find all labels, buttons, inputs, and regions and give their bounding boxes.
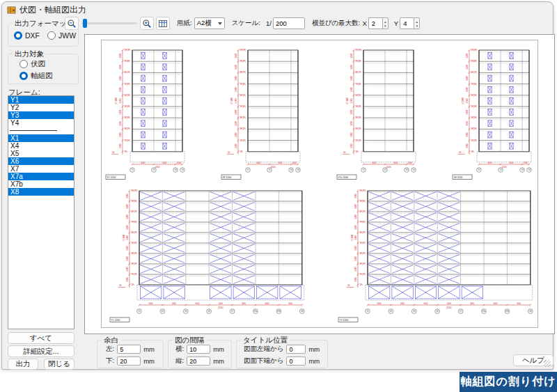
frame-list-item[interactable]: X1 [8,134,74,142]
svg-text:3,000: 3,000 [119,109,122,114]
spacing-v-input[interactable] [187,356,210,366]
svg-text:6000: 6000 [494,302,498,305]
svg-text:Y2: Y2 [499,168,502,171]
svg-text:X5: X5 [413,310,416,313]
output-target-label: 出力対象 [13,49,46,59]
unit-label: mm [308,357,320,365]
detail-settings-button[interactable]: 詳細設定... [8,345,74,357]
frame-list-item[interactable]: Y1 [8,96,74,104]
svg-text:6000: 6000 [141,162,146,164]
preview-canvas: RF(9F)3,0009F(8F)3,0008F(7F)3,0007F(6F)3… [84,34,555,334]
radio-icon [14,31,22,40]
select-all-button[interactable]: すべて [8,332,74,344]
frame-list-item[interactable]: Y3 [8,111,74,119]
page-layout-button[interactable] [156,17,170,30]
radio-dxf[interactable]: DXF [14,31,40,40]
svg-text:Y1 1/200: Y1 1/200 [111,319,120,322]
svg-text:3,000: 3,000 [126,256,129,261]
title-from-bottom-input[interactable] [286,356,306,366]
frame-list-item[interactable]: X4 [8,142,74,150]
svg-text:6000: 6000 [510,162,514,164]
frame-list-item[interactable]: X5 [8,150,74,157]
magnifier-plus-icon [142,19,152,29]
svg-text:7F(6F): 7F(6F) [240,83,246,86]
spinner-arrows[interactable]: ▴ ▾ [414,17,420,29]
svg-text:GL: GL [459,151,462,154]
close-button[interactable]: 閉じる [44,359,74,370]
title-bar: 伏図・軸組図出力 [7,5,86,15]
frame-list-item[interactable]: X7 [8,165,74,173]
figure-spacing-label: 図の間隔 [173,336,206,345]
output-button[interactable]: 出力 [8,359,38,370]
svg-text:X7a 1/200: X7a 1/200 [338,176,349,179]
chevron-down-icon [218,22,222,25]
svg-text:6F(5F): 6F(5F) [131,231,137,234]
y-max-label: Y [394,19,398,27]
svg-text:6000: 6000 [242,302,246,305]
frame-list-item[interactable]: X7b [8,180,74,188]
scale-input[interactable] [273,17,305,29]
margin-label: 余白 [102,336,120,345]
zoom-slider[interactable] [81,17,137,30]
y-max-spinner[interactable]: ▴ ▾ [400,17,420,29]
radio-jikugumizu[interactable]: 軸組図 [19,71,53,81]
svg-text:9F(8F): 9F(8F) [131,200,137,203]
svg-text:X1 1/200: X1 1/200 [107,176,116,179]
radio-jww[interactable]: JWW [47,31,76,40]
svg-text:3,000: 3,000 [350,143,353,148]
svg-text:3,000: 3,000 [126,267,129,272]
resize-grip[interactable] [544,360,551,367]
drawing-sheet: RF(9F)3,0009F(8F)3,0008F(7F)3,0007F(6F)3… [101,40,538,328]
frame-list-item[interactable]: X6 [8,157,74,165]
spacing-h-label: 横: [175,345,184,354]
svg-text:3,000: 3,000 [235,121,237,126]
svg-text:6000: 6000 [257,162,261,164]
svg-text:6000: 6000 [447,302,451,305]
svg-text:14000: 14000 [501,166,507,168]
frame-list-item[interactable]: X8 [8,188,74,196]
svg-text:4F(3F): 4F(3F) [240,116,246,119]
svg-text:3,000: 3,000 [235,53,237,58]
spin-down-icon[interactable]: ▾ [384,24,386,28]
frame-list-item[interactable]: Y2 [8,104,74,111]
paper-size-select[interactable]: A2横 [194,17,225,29]
svg-text:6F(5F): 6F(5F) [355,94,361,97]
margin-left-input[interactable] [117,345,141,354]
title-from-left-input[interactable] [286,345,306,354]
svg-text:6000: 6000 [400,302,405,305]
frame-list-item[interactable]: Y4 [8,119,74,127]
frame-listbox[interactable]: Y1Y2Y3Y4X1X4X5X6X7X7aX7bX8 [8,95,74,329]
svg-text:X7a: X7a [254,310,258,313]
spacing-h-input[interactable] [187,345,210,354]
x-max-spinner[interactable]: ▴ ▾ [368,17,389,29]
elevation-panel: RF(9F)3,0009F(8F)3,0008F(7F)3,0007F(6F)3… [104,43,192,181]
zoom-in-button[interactable] [140,17,154,30]
svg-text:3,000: 3,000 [119,121,122,126]
radio-fusezu[interactable]: 伏図 [19,59,45,69]
unit-label: mm [213,357,224,365]
svg-text:6000: 6000 [196,302,200,305]
svg-text:2F(1F): 2F(1F) [240,139,246,142]
spinner-arrows[interactable]: ▴ ▾ [382,17,389,29]
svg-text:3,000: 3,000 [350,65,353,70]
frame-list-item[interactable]: X7a [8,173,74,180]
margin-bottom-input[interactable] [117,356,141,366]
figure-spacing-group: 図の間隔 横: mm 縦: mm [168,340,232,368]
svg-text:9F(8F): 9F(8F) [359,200,366,203]
zoom-out-button[interactable] [65,17,79,30]
svg-text:4F(3F): 4F(3F) [471,116,477,119]
svg-text:3,000: 3,000 [119,87,122,92]
svg-text:3,000: 3,000 [354,267,357,272]
y-max-input[interactable] [400,17,414,29]
svg-text:4F(3F): 4F(3F) [131,252,137,255]
svg-text:X5: X5 [185,310,187,313]
svg-text:3,000: 3,000 [126,235,129,240]
svg-text:Y4: Y4 [528,168,531,171]
slider-thumb[interactable] [83,19,87,28]
spin-down-icon[interactable]: ▾ [416,24,418,28]
x-max-input[interactable] [368,17,382,29]
svg-text:7F(6F): 7F(6F) [355,83,361,86]
svg-text:Y1: Y1 [131,168,134,171]
elevation-panel: RF(9F)3,0009F(8F)3,0008F(7F)3,0007F(6F)3… [220,43,308,181]
frame-list-separator [8,127,74,134]
